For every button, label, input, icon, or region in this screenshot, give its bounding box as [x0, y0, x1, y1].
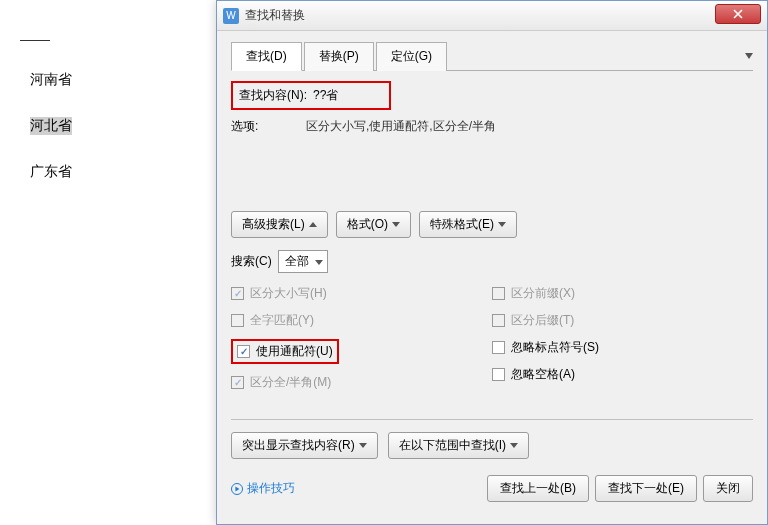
tab-bar: 查找(D) 替换(P) 定位(G)	[231, 41, 753, 71]
checkbox-icon	[492, 314, 505, 327]
checkbox-icon	[492, 287, 505, 300]
checkbox-icon	[492, 341, 505, 354]
check-full-half-width: 区分全/半角(M)	[231, 374, 492, 391]
text-cursor	[20, 40, 50, 41]
checkbox-icon	[492, 368, 505, 381]
check-suffix: 区分后缀(T)	[492, 312, 753, 329]
checkbox-icon	[237, 345, 250, 358]
close-button[interactable]	[715, 4, 761, 24]
checkbox-icon	[231, 287, 244, 300]
find-dropdown-arrow[interactable]	[745, 53, 753, 59]
play-icon	[231, 483, 243, 495]
find-in-range-button[interactable]: 在以下范围中查找(I)	[388, 432, 529, 459]
chevron-down-icon	[498, 222, 506, 227]
check-ignore-punctuation[interactable]: 忽略标点符号(S)	[492, 339, 753, 356]
chevron-down-icon	[510, 443, 518, 448]
checkbox-icon	[231, 376, 244, 389]
options-value: 区分大小写,使用通配符,区分全/半角	[306, 118, 496, 135]
search-scope-label: 搜索(C)	[231, 253, 272, 270]
app-icon: W	[223, 8, 239, 24]
check-ignore-space[interactable]: 忽略空格(A)	[492, 366, 753, 383]
highlight-results-button[interactable]: 突出显示查找内容(R)	[231, 432, 378, 459]
chevron-down-icon	[315, 260, 323, 265]
doc-line-3[interactable]: 广东省	[30, 163, 186, 181]
document-area: 河南省 河北省 广东省	[0, 0, 216, 525]
chevron-up-icon	[309, 222, 317, 227]
find-prev-button[interactable]: 查找上一处(B)	[487, 475, 589, 502]
find-input[interactable]: ??省	[313, 87, 338, 104]
find-replace-dialog: W 查找和替换 查找(D) 替换(P) 定位(G) 查找内容(N): ??省 选…	[216, 0, 768, 525]
options-label: 选项:	[231, 118, 306, 135]
check-wildcard[interactable]: 使用通配符(U)	[231, 339, 492, 364]
find-content-highlight: 查找内容(N): ??省	[231, 81, 391, 110]
doc-line-2[interactable]: 河北省	[30, 117, 186, 135]
tab-find[interactable]: 查找(D)	[231, 42, 302, 71]
separator	[231, 419, 753, 420]
chevron-down-icon	[359, 443, 367, 448]
find-next-button[interactable]: 查找下一处(E)	[595, 475, 697, 502]
special-format-button[interactable]: 特殊格式(E)	[419, 211, 517, 238]
close-dialog-button[interactable]: 关闭	[703, 475, 753, 502]
search-scope-select[interactable]: 全部	[278, 250, 328, 273]
find-label: 查找内容(N):	[239, 87, 307, 104]
check-match-case: 区分大小写(H)	[231, 285, 492, 302]
dialog-title: 查找和替换	[245, 7, 305, 24]
check-whole-word: 全字匹配(Y)	[231, 312, 492, 329]
chevron-down-icon	[392, 222, 400, 227]
titlebar[interactable]: W 查找和替换	[217, 1, 767, 31]
check-prefix: 区分前缀(X)	[492, 285, 753, 302]
tab-goto[interactable]: 定位(G)	[376, 42, 447, 71]
advanced-search-button[interactable]: 高级搜索(L)	[231, 211, 328, 238]
tips-link[interactable]: 操作技巧	[231, 480, 295, 497]
checkbox-icon	[231, 314, 244, 327]
doc-line-1[interactable]: 河南省	[30, 71, 186, 89]
close-icon	[733, 9, 743, 19]
tab-replace[interactable]: 替换(P)	[304, 42, 374, 71]
format-button[interactable]: 格式(O)	[336, 211, 411, 238]
